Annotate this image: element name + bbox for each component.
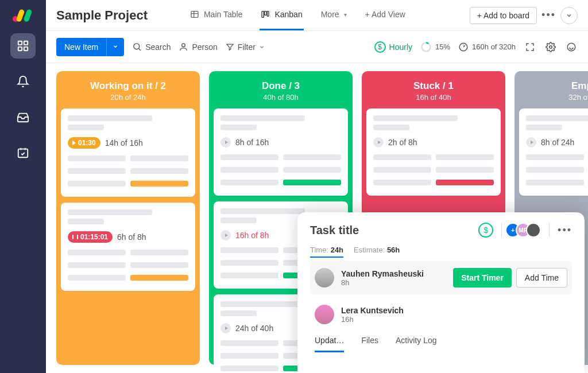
collapse-icon[interactable] — [560, 7, 578, 24]
hourly-label: Hourly — [389, 42, 412, 52]
settings-icon[interactable] — [544, 41, 557, 53]
svg-rect-3 — [18, 41, 22, 45]
gauge-icon — [458, 42, 469, 52]
board-title: Sample Project — [56, 8, 148, 23]
board-toolbar: New Item Search Person Filter $ — [46, 31, 588, 63]
time-stat[interactable]: Time: 24h — [310, 246, 343, 258]
kanban-card[interactable]: 01:15:016h of 8h — [61, 203, 195, 291]
svg-rect-11 — [268, 11, 269, 17]
side-rail — [0, 0, 46, 373]
timer-pill[interactable]: 01:30 — [68, 137, 100, 149]
add-to-board-button[interactable]: + Add to board — [470, 7, 537, 24]
play-icon[interactable] — [220, 230, 231, 240]
panel-tab-updates[interactable]: Updat… — [315, 336, 344, 352]
svg-rect-10 — [265, 11, 266, 15]
kanban-card[interactable]: 01:3014h of 16h — [61, 108, 195, 197]
timer-pill[interactable]: 01:15:01 — [68, 231, 113, 243]
new-item-button[interactable]: New Item — [56, 38, 106, 56]
person-row[interactable]: Lera Kuntsevich 16h — [310, 298, 572, 331]
tool-label: Filter — [238, 42, 256, 52]
card-hours: 16h of 8h — [235, 231, 269, 240]
workspaces-icon[interactable] — [10, 33, 36, 59]
tab-kanban[interactable]: Kanban — [260, 0, 303, 30]
search-button[interactable]: Search — [132, 42, 171, 52]
svg-point-14 — [422, 42, 431, 51]
avatar — [315, 268, 334, 287]
hourly-indicator[interactable]: $ Hourly — [374, 41, 412, 53]
billable-icon[interactable]: $ — [478, 223, 493, 238]
play-icon[interactable] — [526, 137, 536, 147]
svg-rect-5 — [18, 47, 22, 50]
play-icon[interactable] — [220, 323, 231, 333]
column-subtitle: 20h of 24h — [63, 93, 193, 102]
person-row[interactable]: Yauhen Rymasheuski 8h Start Timer Add Ti… — [310, 261, 572, 294]
svg-point-17 — [567, 43, 575, 51]
panel-tab-activity[interactable]: Activity Log — [396, 336, 437, 352]
kanban-card[interactable]: 8h of 16h — [214, 108, 348, 196]
column-title: Empty — [521, 80, 588, 92]
svg-rect-2 — [23, 9, 32, 22]
task-title[interactable]: Task title — [310, 224, 359, 237]
separator — [501, 223, 502, 237]
card-hours: 8h of 16h — [235, 138, 269, 147]
kanban-card[interactable]: 8h of 24h — [519, 108, 588, 196]
tab-label: Kanban — [274, 10, 302, 19]
panel-tab-files[interactable]: Files — [361, 336, 378, 352]
column-title: Working on it / 2 — [63, 80, 193, 92]
app-logo — [11, 8, 34, 23]
my-work-icon[interactable] — [10, 140, 36, 165]
svg-rect-8 — [191, 11, 198, 18]
hours-stat: 160h of 320h — [458, 42, 516, 52]
card-hours: 6h of 8h — [117, 232, 146, 242]
estimate-stat: Estimate: 56h — [354, 246, 400, 258]
separator — [549, 223, 550, 237]
task-panel: Task title $ + MR ••• Time: 24h Estimate… — [297, 212, 585, 373]
add-view-button[interactable]: + Add View — [364, 0, 407, 30]
column-subtitle: 16h of 40h — [369, 93, 498, 102]
inbox-icon[interactable] — [10, 104, 36, 130]
percent-stat: 15% — [420, 41, 450, 53]
help-icon[interactable] — [565, 41, 578, 53]
tool-label: Search — [145, 42, 171, 52]
column-title: Done / 3 — [216, 80, 346, 92]
card-hours: 24h of 40h — [235, 324, 273, 333]
tab-label: Main Table — [204, 10, 242, 19]
add-time-button[interactable]: Add Time — [516, 268, 567, 287]
start-timer-button[interactable]: Start Timer — [453, 268, 512, 287]
svg-point-16 — [550, 45, 552, 48]
person-filter-button[interactable]: Person — [179, 42, 217, 52]
column-title: Stuck / 1 — [369, 80, 498, 92]
fullscreen-icon[interactable] — [524, 41, 536, 53]
dollar-icon: $ — [374, 41, 386, 53]
task-menu-icon[interactable]: ••• — [558, 224, 572, 236]
filter-button[interactable]: Filter — [226, 42, 265, 52]
board-menu-icon[interactable]: ••• — [541, 9, 556, 21]
person-hours: 16h — [341, 315, 404, 324]
svg-rect-1 — [16, 9, 25, 22]
card-hours: 14h of 16h — [105, 138, 143, 147]
new-item-dropdown[interactable] — [106, 38, 124, 56]
play-icon[interactable] — [373, 137, 384, 147]
svg-point-12 — [134, 44, 140, 49]
card-hours: 2h of 8h — [388, 138, 417, 147]
tab-more[interactable]: More ▾ — [320, 0, 348, 30]
kanban-card[interactable]: 2h of 8h — [366, 108, 501, 196]
tool-label: Person — [192, 42, 217, 52]
tab-label: + Add View — [365, 10, 405, 19]
chevron-down-icon: ▾ — [344, 11, 347, 18]
assignees[interactable]: + MR — [510, 223, 541, 238]
avatar — [526, 223, 541, 238]
progress-ring-icon — [420, 41, 432, 53]
tab-main-table[interactable]: Main Table — [189, 0, 243, 30]
card-hours: 8h of 24h — [541, 138, 574, 147]
column-subtitle: 40h of 80h — [216, 93, 346, 102]
tab-label: More — [321, 10, 339, 19]
person-name: Lera Kuntsevich — [341, 306, 404, 315]
svg-rect-7 — [18, 149, 28, 158]
play-icon[interactable] — [220, 137, 231, 147]
person-name: Yauhen Rymasheuski — [341, 269, 424, 278]
column-subtitle: 32h of 80h — [521, 93, 588, 102]
notifications-icon[interactable] — [10, 69, 36, 94]
svg-rect-4 — [24, 41, 28, 45]
topbar: Sample Project Main Table Kanban More ▾ … — [46, 0, 588, 31]
